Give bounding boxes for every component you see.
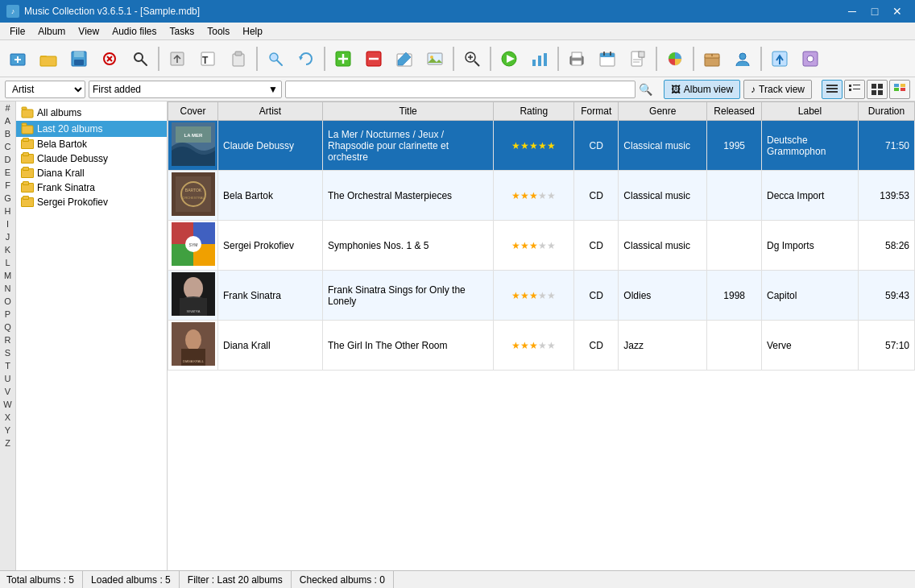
svg-rect-59	[826, 85, 838, 86]
table-row[interactable]: DIANA KRALL Diana Krall The Girl In The …	[168, 321, 915, 371]
edit-button[interactable]	[390, 44, 419, 73]
alpha-k[interactable]: K	[0, 243, 15, 256]
alpha-i[interactable]: I	[0, 217, 15, 230]
doc-button[interactable]	[623, 44, 652, 73]
col-cover[interactable]: Cover	[168, 102, 218, 121]
plugin-button[interactable]	[796, 44, 825, 73]
tile-view-button[interactable]	[889, 80, 910, 99]
text-button[interactable]: T	[193, 44, 222, 73]
add-album-button[interactable]	[3, 44, 32, 73]
alpha-b[interactable]: B	[0, 127, 15, 140]
table-row[interactable]: BARTOKORCHESTRAL Bela Bartok The Orchest…	[168, 171, 915, 221]
menu-help[interactable]: Help	[236, 23, 269, 40]
alpha-g[interactable]: G	[0, 192, 15, 205]
track-view-button[interactable]: ♪ Track view	[743, 80, 812, 99]
table-row[interactable]: SYM Sergei Prokofiev Symphonies Nos. 1 &…	[168, 221, 915, 271]
export-button[interactable]	[163, 44, 192, 73]
alpha-j[interactable]: J	[0, 230, 15, 243]
alpha-r[interactable]: R	[0, 333, 15, 346]
clipboard-button[interactable]	[224, 44, 253, 73]
toolbar-separator-2	[256, 47, 258, 71]
alpha-o[interactable]: O	[0, 295, 15, 308]
alpha-x[interactable]: X	[0, 411, 15, 424]
sidebar-all-albums[interactable]: All albums	[16, 105, 167, 121]
maximize-button[interactable]: □	[863, 0, 886, 23]
alpha-d[interactable]: D	[0, 153, 15, 166]
col-title[interactable]: Title	[323, 102, 494, 121]
table-row[interactable]: LA MER Claude Debussy La Mer / Nocturnes…	[168, 121, 915, 171]
save-button[interactable]	[64, 44, 93, 73]
col-artist[interactable]: Artist	[218, 102, 323, 121]
alpha-w[interactable]: W	[0, 398, 15, 411]
alpha-e[interactable]: E	[0, 166, 15, 179]
alpha-a[interactable]: A	[0, 114, 15, 127]
svg-rect-6	[74, 52, 84, 57]
user-button[interactable]	[728, 44, 757, 73]
svg-rect-63	[853, 85, 860, 85]
play-button[interactable]	[495, 44, 524, 73]
minimize-button[interactable]: ─	[841, 0, 863, 23]
menu-tools[interactable]: Tools	[201, 23, 236, 40]
zoom-button[interactable]	[458, 44, 486, 73]
menu-audio-files[interactable]: Audio files	[106, 23, 163, 40]
sidebar-diana-krall[interactable]: Diana Krall	[16, 166, 167, 180]
menu-view[interactable]: View	[72, 23, 106, 40]
list-view-button[interactable]	[822, 80, 843, 99]
print-preview-button[interactable]	[95, 44, 124, 73]
chart-button[interactable]	[660, 44, 689, 73]
find-button[interactable]	[126, 44, 155, 73]
alpha-u[interactable]: U	[0, 372, 15, 385]
artist-filter[interactable]: Artist	[5, 81, 85, 98]
alpha-z[interactable]: Z	[0, 437, 15, 449]
alpha-hash[interactable]: #	[0, 101, 15, 114]
alpha-p[interactable]: P	[0, 308, 15, 321]
col-rating[interactable]: Rating	[494, 102, 574, 121]
col-format[interactable]: Format	[574, 102, 619, 121]
search2-button[interactable]	[261, 44, 290, 73]
col-label[interactable]: Label	[762, 102, 859, 121]
alpha-s[interactable]: S	[0, 346, 15, 359]
alpha-m[interactable]: M	[0, 269, 15, 282]
alpha-n[interactable]: N	[0, 282, 15, 295]
alpha-f[interactable]: F	[0, 179, 15, 192]
artist-label: Frank Sinatra	[37, 182, 95, 193]
menu-file[interactable]: File	[3, 23, 31, 40]
genre-cell: Classical music	[619, 221, 707, 271]
album-view-button[interactable]: 🖼 Album view	[664, 80, 740, 99]
package-button[interactable]	[698, 44, 727, 73]
col-duration[interactable]: Duration	[859, 102, 915, 121]
search-input[interactable]	[285, 81, 636, 98]
close-button[interactable]: ✕	[886, 0, 909, 23]
sidebar-claude-debussy[interactable]: Claude Debussy	[16, 151, 167, 166]
col-released[interactable]: Released	[707, 102, 762, 121]
print-button[interactable]	[562, 44, 591, 73]
open-button[interactable]	[34, 44, 63, 73]
detail-view-button[interactable]	[844, 80, 865, 99]
stats-button[interactable]	[525, 44, 554, 73]
alpha-t[interactable]: T	[0, 359, 15, 372]
sidebar-frank-sinatra[interactable]: Frank Sinatra	[16, 180, 167, 195]
sidebar-sergei-prokofiev[interactable]: Sergei Prokofiev	[16, 195, 167, 209]
alpha-v[interactable]: V	[0, 385, 15, 398]
refresh-button[interactable]	[292, 44, 321, 73]
sidebar-bela-bartok[interactable]: Bela Bartok	[16, 137, 167, 151]
col-genre[interactable]: Genre	[619, 102, 707, 121]
alpha-q[interactable]: Q	[0, 321, 15, 333]
alpha-y[interactable]: Y	[0, 424, 15, 437]
calendar-button[interactable]	[593, 44, 622, 73]
remove-button[interactable]	[359, 44, 388, 73]
table-row[interactable]: SINATRA Frank Sinatra Frank Sinatra Sing…	[168, 271, 915, 321]
alpha-c[interactable]: C	[0, 140, 15, 153]
sort-dropdown[interactable]: First added ▼	[89, 81, 282, 98]
image-button[interactable]	[420, 44, 449, 73]
add-alt-button[interactable]	[329, 44, 358, 73]
grid-view-button[interactable]	[867, 80, 888, 99]
menu-tasks[interactable]: Tasks	[164, 23, 201, 40]
last20-label: Last 20 albums	[37, 123, 102, 135]
alpha-h[interactable]: H	[0, 205, 15, 217]
menu-album[interactable]: Album	[31, 23, 72, 40]
alpha-l[interactable]: L	[0, 256, 15, 269]
svg-point-98	[185, 329, 201, 350]
upload-button[interactable]	[765, 44, 794, 73]
sidebar-last20[interactable]: Last 20 albums	[16, 121, 167, 137]
